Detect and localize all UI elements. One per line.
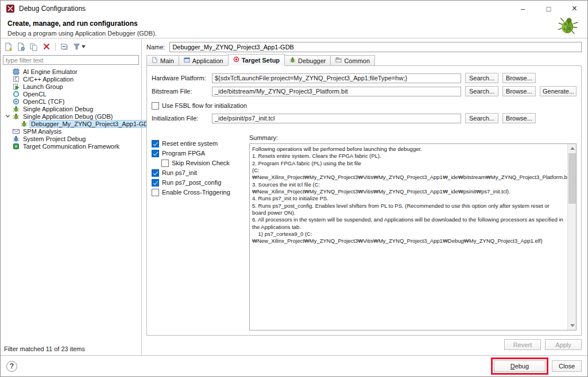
tab-target-setup[interactable]: Target Setup [228,54,285,66]
enable-cross-triggering-checkbox[interactable] [152,189,159,196]
option-program-fpga: Program FPGA [152,149,249,158]
summary-column: Summary: Following operations will be pe… [249,134,577,331]
option-reset-entire-system: Reset entire system [152,139,249,148]
delete-icon[interactable] [41,41,52,52]
tree-item-opencl-tcf[interactable]: OpenCL (TCF) [1,98,141,105]
filter-input[interactable] [3,55,139,65]
debugger-configuration-icon [21,121,28,127]
filter-icon[interactable] [72,41,87,52]
options-summary-split: Reset entire system Program FPGA Skip Re… [152,134,577,331]
tab-main[interactable]: Main [146,55,179,66]
filter-status-text: Filter matched 11 of 23 items [4,345,85,352]
bitstream-generate-button[interactable]: Generate... [540,86,577,96]
reset-entire-system-checkbox[interactable] [152,140,159,147]
header-subtitle: Debug a program using Application Debugg… [7,30,581,37]
target-setup-panel: Hardware Platform: Search... Browse... B… [146,65,582,336]
scroll-down-icon[interactable] [568,321,577,330]
tree-item-launch-group[interactable]: Launch Group [1,83,141,90]
hardware-platform-browse-button[interactable]: Browse... [502,73,536,83]
hardware-platform-label: Hardware Platform: [152,75,208,81]
fsbl-checkbox[interactable] [152,102,159,110]
name-row: Name: [146,42,582,52]
summary-scrollbar[interactable] [567,144,576,330]
name-label: Name: [146,44,165,50]
option-run-ps7-init: Run ps7_init [152,168,249,177]
option-enable-cross-triggering: Enable Cross-Triggering [152,188,249,197]
dialog-footer: ? Debug Close [1,355,587,376]
target-setup-tab-icon [233,56,239,64]
common-tab-icon [335,57,342,64]
help-icon[interactable]: ? [6,361,17,372]
program-fpga-checkbox[interactable] [152,150,159,157]
tree-item-cpp-application[interactable]: C C/C++ Application [1,75,141,83]
main-tab-icon [152,57,158,64]
close-button[interactable]: Close [552,360,582,372]
summary-text: Following operations will be performed b… [250,144,576,247]
debug-button[interactable]: Debug [494,360,546,372]
tab-application[interactable]: Application [179,55,229,66]
tab-common[interactable]: Common [330,55,375,66]
scrollbar-thumb[interactable] [568,153,576,204]
revert-apply-row: Revert Apply [504,339,582,350]
initialization-file-input[interactable] [212,114,461,123]
bitstream-file-input[interactable] [212,87,461,96]
apply-button[interactable]: Apply [545,339,582,350]
option-run-ps7-post-config: Run ps7_post_config [152,178,249,187]
initialization-file-row: Initialization File: Search... Browse... [152,113,577,123]
tree-item-opencl[interactable]: OpenCL [1,90,141,98]
configurations-tree: AI Engine Emulator C C/C++ Application L… [1,68,141,150]
initialization-search-button[interactable]: Search... [465,113,498,123]
dialog-header: Create, manage, and run configurations D… [1,17,587,38]
revert-button[interactable]: Revert [504,339,541,350]
hardware-platform-search-button[interactable]: Search... [465,73,498,83]
tree-item-ai-engine-emulator[interactable]: AI Engine Emulator [1,68,141,75]
tree-item-single-application-debug[interactable]: Single Application Debug [1,105,141,112]
ai-engine-emulator-icon [13,68,20,75]
export-icon[interactable] [28,41,39,52]
target-communication-framework-icon [13,143,20,150]
skip-revision-check-checkbox[interactable] [161,160,169,167]
tree-item-single-application-debug-gdb[interactable]: Single Application Debug (GDB) [1,112,141,120]
expand-chevron-icon[interactable] [5,114,10,119]
tree-item-target-communication-framework[interactable]: Target Communication Framework [1,142,141,150]
window-title: Debug Configurations [19,5,86,13]
single-application-debug-gdb-icon [13,113,20,120]
close-window-button[interactable]: × [562,1,587,17]
collapse-all-icon[interactable] [59,41,70,52]
option-skip-revision-check: Skip Revision Check [161,158,249,168]
fsbl-option-label[interactable]: Use FSBL flow for initialization [162,102,247,109]
bitstream-browse-button[interactable]: Browse... [502,86,536,96]
hardware-platform-input[interactable] [212,73,461,83]
app-icon [6,4,15,13]
configurations-sidebar: AI Engine Emulator C C/C++ Application L… [1,38,142,355]
tab-debugger[interactable]: Debugger [284,55,331,66]
debug-options-column: Reset entire system Program FPGA Skip Re… [152,134,249,331]
tree-item-debugger-config[interactable]: Debugger_My_ZYNQ_Project3_App1-GDB [1,120,141,127]
tree-item-spm-analysis[interactable]: SPM Analysis [1,127,141,135]
sidebar-toolbar [3,40,140,53]
title-bar: Debug Configurations – □ × [1,1,587,17]
run-ps7-post-config-checkbox[interactable] [152,179,159,186]
configuration-editor: Name: Main Application Target Setup [142,38,587,355]
launch-group-icon [13,83,20,90]
bitstream-file-label: Bitstream File: [152,88,208,95]
new-configuration-icon[interactable] [3,41,14,52]
application-tab-icon [184,57,190,64]
bitstream-file-row: Bitstream File: Search... Browse... Gene… [152,86,577,96]
summary-label: Summary: [249,134,577,141]
minimize-button[interactable]: – [510,1,536,17]
single-application-debug-icon [13,106,20,112]
header-title: Create, manage, and run configurations [7,20,581,28]
initialization-browse-button[interactable]: Browse... [502,113,536,123]
scroll-up-icon[interactable] [568,144,577,153]
bitstream-search-button[interactable]: Search... [465,86,498,96]
tree-item-system-project-debug[interactable]: System Project Debug [1,135,141,142]
window-controls: – □ × [510,1,587,17]
red-annotation-box: Debug [491,357,548,375]
fsbl-option-row: Use FSBL flow for initialization [152,101,577,110]
run-ps7-init-checkbox[interactable] [152,169,159,177]
new-prototype-icon[interactable] [16,41,26,52]
opencl-tcf-icon [13,98,20,105]
editor-tabs: Main Application Target Setup Debugger C… [146,54,582,66]
name-input[interactable] [169,42,582,52]
